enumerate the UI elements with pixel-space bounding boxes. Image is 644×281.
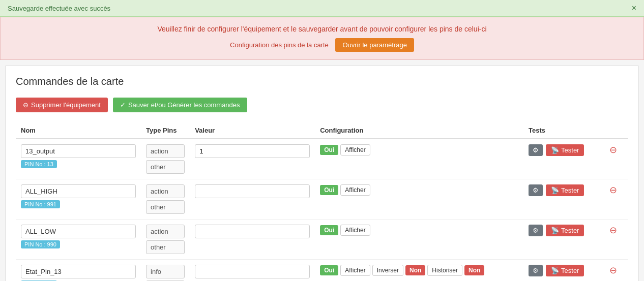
table-row: PIN No : 990actionotherOuiAfficher⚙📡Test… [16,220,628,260]
table-row: PIN No : 13infobinaryOuiAfficherInverser… [16,260,628,282]
rss-icon: 📡 [551,227,559,234]
config-cell: OuiAfficher [315,179,523,220]
config-badge-oui: Oui [320,185,338,195]
table-row: PIN No : 13actionotherOuiAfficher⚙📡Teste… [16,139,628,179]
name-cell: PIN No : 13 [16,139,141,179]
pin-badge: PIN No : 991 [21,200,60,208]
tester-label: Tester [561,146,579,154]
name-input[interactable] [21,225,136,238]
config-badge-inverser[interactable]: Inverser [372,265,403,276]
name-cell: PIN No : 990 [16,220,141,260]
remove-cell: ⊖ [602,220,628,260]
tester-button[interactable]: 📡Tester [546,184,584,196]
type-cell: infobinary [141,260,190,282]
col-header-tests: Tests [523,122,602,139]
config-badge-oui: Oui [320,145,338,155]
col-header-actions [602,122,628,139]
value-cell [190,260,315,282]
pin-badge: PIN No : 990 [21,240,60,248]
warning-text: Veuillez finir de configurer l'équipemen… [11,25,633,33]
check-circle-icon: ✓ [120,101,126,109]
col-header-nom: Nom [16,122,141,139]
name-input[interactable] [21,265,136,278]
value-cell [190,139,315,179]
success-message: Sauvegarde effectuée avec succès [8,5,110,12]
type-box: action [146,225,185,238]
tester-button[interactable]: 📡Tester [546,144,584,156]
type-box: other [146,200,185,214]
delete-equipment-button[interactable]: ⊖ Supprimer l'équipement [16,98,108,112]
value-cell [190,220,315,260]
pin-badge: PIN No : 13 [21,160,57,168]
success-bar: Sauvegarde effectuée avec succès × [0,0,644,17]
type-cell: actionother [141,139,190,179]
tester-button[interactable]: 📡Tester [546,225,584,236]
config-badge-oui: Oui [320,265,338,275]
config-pins-link[interactable]: Configuration des pins de la carte [230,41,329,49]
remove-cell: ⊖ [602,179,628,220]
col-header-type-pins: Type Pins [141,122,190,139]
gear-button[interactable]: ⚙ [529,265,543,276]
tests-cell: ⚙📡Tester [523,260,602,282]
value-input[interactable] [195,184,310,198]
commands-table: Nom Type Pins Valeur Configuration Tests… [16,122,628,281]
warning-banner: Veuillez finir de configurer l'équipemen… [0,17,644,60]
main-content: Commandes de la carte ⊖ Supprimer l'équi… [5,65,639,281]
name-cell: PIN No : 991 [16,179,141,220]
name-cell: PIN No : 13 [16,260,141,282]
tester-label: Tester [561,186,579,194]
remove-row-button[interactable]: ⊖ [607,265,619,276]
remove-cell: ⊖ [602,139,628,179]
name-input[interactable] [21,184,136,198]
col-header-configuration: Configuration [315,122,523,139]
config-cell: OuiAfficherInverserNonHistoriserNon [315,260,523,282]
tests-cell: ⚙📡Tester [523,139,602,179]
type-box: action [146,184,185,198]
type-cell: actionother [141,220,190,260]
remove-row-button[interactable]: ⊖ [607,144,619,155]
rss-icon: 📡 [551,267,559,274]
rss-icon: 📡 [551,186,559,194]
open-settings-button[interactable]: Ouvrir le paramétrage [335,38,414,52]
action-buttons: ⊖ Supprimer l'équipement ✓ Sauver et/ou … [16,98,628,112]
config-cell: OuiAfficher [315,220,523,260]
config-badge-afficher[interactable]: Afficher [340,144,370,155]
value-input[interactable] [195,225,310,238]
config-badge-non: Non [405,265,425,275]
rss-icon: 📡 [551,146,559,154]
config-badge-oui: Oui [320,225,338,235]
tests-cell: ⚙📡Tester [523,179,602,220]
gear-button[interactable]: ⚙ [529,184,543,196]
config-badge-afficher[interactable]: Afficher [340,184,370,196]
col-header-valeur: Valeur [190,122,315,139]
config-badge-afficher[interactable]: Afficher [340,225,370,236]
value-input[interactable] [195,144,310,158]
type-cell: actionother [141,179,190,220]
success-close-button[interactable]: × [632,4,636,12]
type-box: other [146,240,185,254]
config-cell: OuiAfficher [315,139,523,179]
remove-cell: ⊖ [602,260,628,282]
tester-button[interactable]: 📡Tester [546,265,584,276]
type-box: info [146,265,185,278]
remove-row-button[interactable]: ⊖ [607,184,619,196]
config-badge-afficher[interactable]: Afficher [340,265,370,276]
save-generate-button[interactable]: ✓ Sauver et/ou Générer les commandes [113,98,247,112]
gear-button[interactable]: ⚙ [529,225,543,236]
type-box: other [146,160,185,174]
name-input[interactable] [21,144,136,158]
tester-label: Tester [561,267,579,274]
remove-row-button[interactable]: ⊖ [607,225,619,236]
gear-button[interactable]: ⚙ [529,144,543,156]
config-badge-non: Non [464,265,484,275]
value-input[interactable] [195,265,310,278]
minus-circle-icon: ⊖ [23,101,28,109]
table-row: PIN No : 991actionotherOuiAfficher⚙📡Test… [16,179,628,220]
page-title: Commandes de la carte [16,76,628,87]
value-cell [190,179,315,220]
tests-cell: ⚙📡Tester [523,220,602,260]
tester-label: Tester [561,227,579,234]
config-badge-historiser[interactable]: Historiser [427,265,462,276]
type-box: action [146,144,185,158]
